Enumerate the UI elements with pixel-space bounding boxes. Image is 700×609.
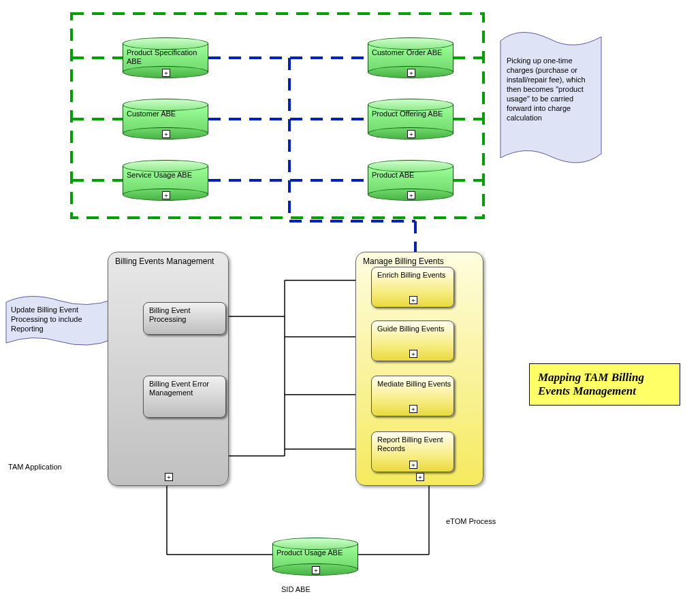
abe-label: Product Specification ABE xyxy=(127,48,204,66)
label-sid-abe: SID ABE xyxy=(281,585,311,593)
box-mediate-billing-events[interactable]: Mediate Billing Events + xyxy=(371,376,454,416)
diagram-title: Mapping TAM Billing Events Management xyxy=(529,363,680,406)
abe-service-usage: Service Usage ABE + xyxy=(123,160,208,201)
box-guide-billing-events[interactable]: Guide Billing Events + xyxy=(371,320,454,361)
label-etom-process: eTOM Process xyxy=(446,517,496,525)
abe-product-specification: Product Specification ABE + xyxy=(123,37,208,78)
expand-icon[interactable]: + xyxy=(165,473,173,481)
abe-product-offering: Product Offering ABE + xyxy=(368,99,454,139)
box-billing-event-error-management[interactable]: Billing Event Error Management xyxy=(143,376,226,418)
expand-icon[interactable]: + xyxy=(416,473,424,481)
label-tam-application: TAM Application xyxy=(8,463,62,471)
expand-icon[interactable]: + xyxy=(409,350,417,358)
expand-icon[interactable]: + xyxy=(312,566,320,574)
abe-label: Product Usage ABE xyxy=(276,548,354,557)
diagram-canvas: Product Specification ABE + Customer Ord… xyxy=(0,0,700,609)
abe-label: Product Offering ABE xyxy=(372,110,449,118)
note-text: Update Billing Event Processing to inclu… xyxy=(11,305,109,333)
box-report-billing-event-records[interactable]: Report Billing Event Records + xyxy=(371,431,454,472)
container-billing-events-management: Billing Events Management + xyxy=(108,252,229,486)
box-label: Mediate Billing Events xyxy=(377,380,451,389)
expand-icon[interactable]: + xyxy=(407,130,415,138)
box-enrich-billing-events[interactable]: Enrich Billing Events + xyxy=(371,267,454,308)
container-title: Manage Billing Events xyxy=(363,257,444,266)
box-billing-event-processing[interactable]: Billing Event Processing xyxy=(143,302,226,335)
abe-label: Customer Order ABE xyxy=(372,48,449,57)
container-title: Billing Events Management xyxy=(115,257,214,266)
expand-icon[interactable]: + xyxy=(162,191,170,199)
abe-customer: Customer ABE + xyxy=(123,99,208,139)
expand-icon[interactable]: + xyxy=(162,69,170,77)
box-label: Guide Billing Events xyxy=(377,325,444,333)
abe-product: Product ABE + xyxy=(368,160,454,201)
abe-customer-order: Customer Order ABE + xyxy=(368,37,454,78)
expand-icon[interactable]: + xyxy=(409,296,417,304)
box-label: Billing Event Error Management xyxy=(149,380,225,397)
abe-label: Customer ABE xyxy=(127,110,204,118)
note-text: Picking up one-time charges (purchase or… xyxy=(507,56,594,122)
expand-icon[interactable]: + xyxy=(407,191,415,199)
box-label: Enrich Billing Events xyxy=(377,271,445,280)
expand-icon[interactable]: + xyxy=(407,69,415,77)
expand-icon[interactable]: + xyxy=(409,461,417,469)
abe-product-usage: Product Usage ABE + xyxy=(272,538,358,576)
abe-label: Product ABE xyxy=(372,171,449,180)
note-right: Picking up one-time charges (purchase or… xyxy=(500,27,602,167)
note-left: Update Billing Event Processing to inclu… xyxy=(5,294,114,348)
abe-label: Service Usage ABE xyxy=(127,171,204,180)
expand-icon[interactable]: + xyxy=(409,405,417,413)
box-label: Billing Event Processing xyxy=(149,306,225,324)
box-label: Report Billing Event Records xyxy=(377,435,454,453)
expand-icon[interactable]: + xyxy=(162,130,170,138)
